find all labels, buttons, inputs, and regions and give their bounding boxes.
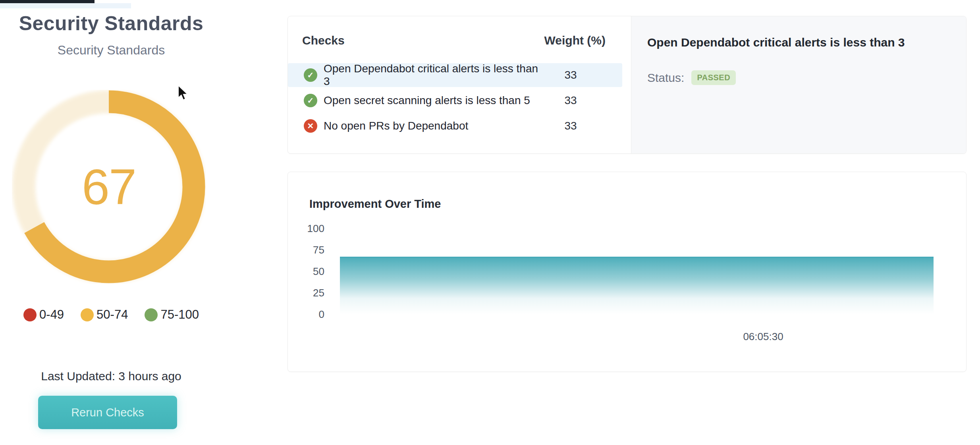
check-weight: 33 [539, 69, 602, 81]
checks-table-header: Checks Weight (%) [288, 16, 631, 47]
score-panel: Security Standards Security Standards 67… [0, 0, 222, 445]
y-axis-tick: 100 [296, 222, 324, 234]
check-rows: ✓ Open Dependabot critical alerts is les… [288, 63, 631, 139]
legend-label: 0-49 [39, 308, 64, 322]
area-series-fill [340, 257, 934, 314]
check-glyph: ✓ [307, 70, 314, 80]
improvement-chart-card: Improvement Over Time 100 75 50 25 0 06:… [287, 172, 966, 372]
checks-card: Checks Weight (%) ✓ Open Dependabot crit… [287, 16, 966, 154]
status-badge: PASSED [691, 70, 736, 85]
checks-table: Checks Weight (%) ✓ Open Dependabot crit… [288, 16, 631, 153]
check-row-open-prs[interactable]: ✕ No open PRs by Dependabot 33 [288, 114, 622, 138]
status-row: Status: PASSED [647, 70, 950, 85]
page-title: Security Standards [0, 12, 222, 35]
score-value: 67 [12, 90, 206, 284]
check-label: Open secret scanning alerts is less than… [324, 94, 539, 107]
check-details-title: Open Dependabot critical alerts is less … [647, 35, 950, 50]
score-legend: 0-49 50-74 75-100 [0, 308, 222, 322]
page-subtitle: Security Standards [0, 43, 222, 58]
check-row-dependabot-critical[interactable]: ✓ Open Dependabot critical alerts is les… [288, 63, 622, 87]
checks-column-header: Checks [302, 34, 345, 47]
mouse-cursor [177, 85, 191, 103]
check-weight: 33 [539, 94, 602, 107]
rerun-checks-button[interactable]: Rerun Checks [38, 396, 177, 429]
score-gauge: 67 [12, 90, 206, 284]
chart-plot-area [340, 228, 934, 314]
check-passed-icon: ✓ [304, 94, 317, 107]
y-axis-tick: 25 [296, 287, 324, 299]
check-failed-icon: ✕ [304, 119, 317, 133]
y-axis-tick: 0 [296, 308, 324, 320]
legend-label: 50-74 [96, 308, 128, 322]
legend-dot-amber [81, 308, 94, 321]
x-axis-tick: 06:05:30 [731, 331, 795, 343]
check-passed-icon: ✓ [304, 68, 317, 82]
legend-dot-red [23, 308, 37, 321]
check-label: No open PRs by Dependabot [324, 120, 539, 132]
check-row-secret-scanning[interactable]: ✓ Open secret scanning alerts is less th… [288, 89, 622, 112]
check-glyph: ✓ [307, 96, 314, 105]
y-axis-tick: 50 [296, 265, 324, 277]
check-label: Open Dependabot critical alerts is less … [324, 62, 539, 88]
check-weight: 33 [539, 120, 602, 132]
legend-item-low: 0-49 [23, 308, 64, 322]
check-glyph: ✕ [307, 121, 314, 131]
last-updated-text: Last Updated: 3 hours ago [0, 370, 222, 383]
weight-column-header: Weight (%) [544, 34, 606, 47]
status-label: Status: [647, 71, 684, 85]
y-axis-tick: 75 [296, 244, 324, 256]
check-details-panel: Open Dependabot critical alerts is less … [631, 16, 966, 153]
legend-label: 75-100 [160, 308, 199, 322]
chart-title: Improvement Over Time [309, 197, 441, 211]
legend-item-mid: 50-74 [81, 308, 128, 322]
legend-dot-green [145, 308, 158, 321]
legend-item-high: 75-100 [145, 308, 199, 322]
